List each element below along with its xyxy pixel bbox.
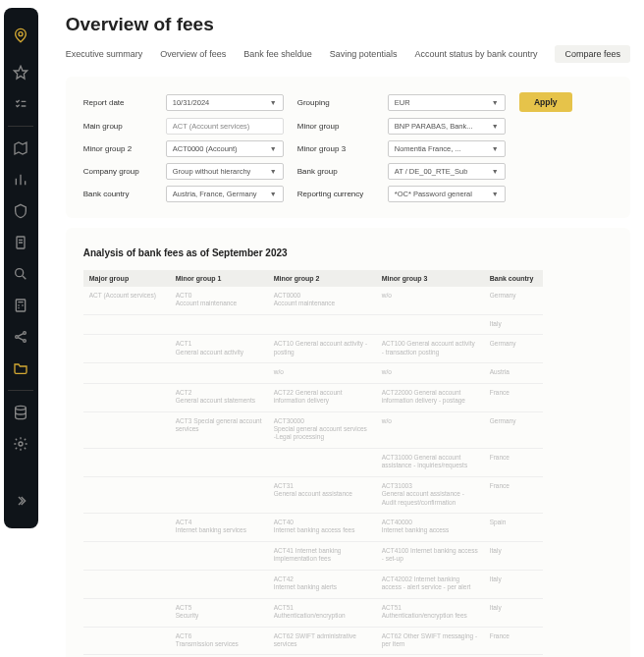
company-group-select[interactable]: Group without hierarchy▼ [166, 163, 284, 180]
svg-point-6 [16, 336, 19, 339]
th-bank-country: Bank country [484, 270, 543, 287]
main-group-select[interactable]: ACT (Account services) [166, 118, 284, 135]
table-cell: ACT51 Authentication/encryption fees [376, 599, 484, 628]
checklist-icon[interactable] [7, 90, 34, 118]
table-cell: ACT0000 Account maintenance [268, 287, 376, 315]
bank-group-select[interactable]: AT / DE_00_RTE_Sub▼ [388, 163, 506, 180]
map-icon[interactable] [7, 135, 34, 162]
table-cell: ACT2 General account statements [170, 384, 268, 412]
sidebar [4, 8, 38, 528]
minor-group-select[interactable]: BNP PARABAS, Bank...▼ [388, 118, 506, 135]
table-cell [83, 315, 170, 335]
page-title: Overview of fees [66, 14, 630, 35]
th-minor-1: Minor group 1 [170, 270, 268, 287]
gear-icon[interactable] [7, 430, 34, 458]
calculator-icon[interactable] [7, 292, 34, 319]
table-cell [83, 514, 170, 542]
tab-account-status[interactable]: Account status by bank country [414, 49, 537, 59]
svg-point-9 [16, 406, 27, 410]
table-cell: ACT (Account services) [83, 287, 170, 315]
table-cell: ACT40000 Internet banking access [376, 514, 484, 542]
chevron-down-icon: ▼ [492, 123, 499, 130]
chevron-down-icon: ▼ [270, 99, 277, 106]
table-cell: ACT31000 General account assistance - in… [376, 449, 484, 477]
shield-icon[interactable] [7, 197, 34, 225]
th-minor-3: Minor group 3 [376, 270, 484, 287]
svg-point-0 [19, 32, 23, 36]
share-icon[interactable] [7, 323, 34, 351]
svg-point-8 [24, 340, 27, 343]
folder-icon[interactable] [7, 355, 34, 382]
table-cell: ACT30000 Special general account service… [268, 412, 376, 449]
table-cell [170, 315, 268, 335]
table-cell: Germany [484, 335, 543, 363]
table-cell: ACT100 General account activity - transa… [376, 335, 484, 363]
tab-bank-fee-schedule[interactable]: Bank fee sheldue [243, 49, 312, 59]
table-cell: ACT0 Account maintenance [170, 287, 268, 315]
svg-point-10 [19, 442, 23, 446]
reporting-currency-select[interactable]: *OC* Password general▼ [388, 186, 506, 202]
star-icon[interactable] [7, 59, 34, 86]
table-cell: ACT10 General account activity - posting [268, 335, 376, 363]
table-cell [170, 542, 268, 571]
svg-marker-1 [15, 66, 27, 79]
table-cell [83, 571, 170, 599]
database-icon[interactable] [7, 399, 34, 426]
tab-compare-fees[interactable]: Compare fees [555, 45, 630, 63]
table-cell [83, 335, 170, 363]
table-cell [170, 477, 268, 514]
search-icon[interactable] [7, 260, 34, 288]
table-cell [268, 315, 376, 335]
svg-marker-2 [15, 142, 27, 154]
table-cell: ACT3 Special general account services [170, 412, 268, 449]
chevron-down-icon: ▼ [270, 168, 277, 175]
company-group-label: Company group [83, 167, 152, 176]
analysis-title: Analysis of bank fees as of September 20… [83, 247, 613, 258]
chart-icon[interactable] [7, 166, 34, 193]
separator [8, 390, 33, 391]
table-cell: ACT4100 Internet banking access - set-up [376, 542, 484, 571]
minor-group-label: Minor group [297, 122, 374, 131]
th-minor-2: Minor group 2 [268, 270, 376, 287]
tab-saving-potentials[interactable]: Saving potentials [330, 49, 398, 59]
table-cell: ACT1 General account activity [170, 335, 268, 363]
table-cell: ACT5 Security [170, 599, 268, 628]
table-cell: ACT6 Transmission services [170, 628, 268, 656]
svg-point-4 [16, 269, 24, 277]
analysis-panel: Analysis of bank fees as of September 20… [66, 228, 630, 657]
tab-executive-summary[interactable]: Executive summary [66, 49, 143, 59]
reporting-currency-label: Reporting currency [297, 190, 374, 198]
expand-icon[interactable] [7, 487, 34, 515]
document-icon[interactable] [7, 229, 34, 256]
table-cell: Italy [484, 542, 543, 571]
table-cell [170, 571, 268, 599]
table-cell: Italy [484, 571, 543, 599]
table-cell [83, 449, 170, 477]
table-cell [83, 599, 170, 628]
table-header: Major group Minor group 1 Minor group 2 … [83, 270, 613, 287]
table-cell: France [484, 384, 543, 412]
table-cell [83, 363, 170, 383]
bank-country-select[interactable]: Austria, France, Germany▼ [166, 186, 284, 202]
table-cell [170, 449, 268, 477]
table-cell: ACT41 Internet banking implementation fe… [268, 542, 376, 571]
apply-button[interactable]: Apply [519, 92, 572, 112]
tab-overview-fees[interactable]: Overview of fees [160, 49, 226, 59]
table-cell: France [484, 628, 543, 656]
minor-group-3-label: Minor group 3 [297, 144, 374, 153]
table-cell: Italy [484, 315, 543, 335]
bank-country-label: Bank country [83, 190, 152, 198]
minor-group-2-select[interactable]: ACT0000 (Account)▼ [166, 140, 284, 157]
minor-group-3-select[interactable]: Nomentia France, ...▼ [388, 140, 506, 157]
table-cell [83, 477, 170, 514]
svg-point-7 [24, 332, 27, 335]
logo-icon[interactable] [7, 22, 34, 49]
grouping-select[interactable]: EUR▼ [388, 94, 506, 111]
main-group-label: Main group [83, 122, 152, 131]
report-date-label: Report date [83, 98, 152, 107]
report-date-select[interactable]: 10/31/2024▼ [166, 94, 284, 111]
table-cell: Germany [484, 412, 543, 449]
table-cell: ACT40 Internet banking access fees [268, 514, 376, 542]
table-cell: ACT22000 General account information del… [376, 384, 484, 412]
th-major-group: Major group [83, 270, 170, 287]
